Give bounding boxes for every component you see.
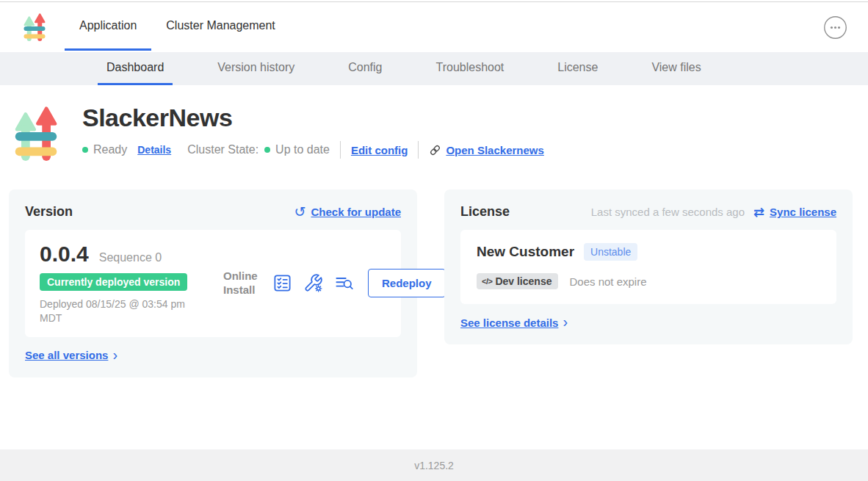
page-title: SlackerNews: [82, 104, 544, 132]
customer-name: New Customer: [477, 244, 574, 260]
license-type-row: </> Dev license Does not expire: [477, 273, 820, 289]
subtab-troubleshoot-label: Troubleshoot: [435, 61, 504, 74]
app-status-dot: [82, 147, 88, 153]
app-meta: SlackerNews Ready Details Cluster State:…: [82, 104, 544, 162]
status-row: Ready Details Cluster State: Up to date …: [82, 141, 544, 159]
chain-link-icon: [429, 144, 441, 156]
subtab-version-history-label: Version history: [217, 61, 294, 74]
subtab-troubleshoot[interactable]: Troubleshoot: [427, 52, 513, 85]
preflight-checklist-icon[interactable]: [272, 273, 292, 293]
version-number: 0.0.4: [40, 242, 89, 267]
vertical-divider: [418, 141, 419, 159]
license-card: License Last synced a few seconds ago ⇄ …: [444, 189, 853, 344]
version-number-row: 0.0.4 Sequence 0: [40, 242, 223, 267]
deployed-timestamp: Deployed 08/15/25 @ 03:54 pm MDT: [40, 297, 209, 325]
app-header: SlackerNews Ready Details Cluster State:…: [15, 104, 868, 162]
cluster-state-text: Up to date: [275, 143, 330, 156]
subtab-dashboard-label: Dashboard: [106, 61, 164, 74]
last-synced-text: Last synced a few seconds ago: [591, 206, 745, 218]
license-type-label: Dev license: [495, 275, 551, 287]
cluster-state-dot: [264, 147, 270, 153]
deploy-logs-icon[interactable]: [334, 273, 354, 293]
edit-config-link[interactable]: Edit config: [351, 144, 408, 156]
subtab-view-files-label: View files: [651, 61, 701, 74]
sync-arrows-icon: ⇄: [753, 206, 764, 219]
open-app-link[interactable]: Open Slackernews: [429, 144, 543, 156]
overflow-menu-button[interactable]: [823, 15, 847, 40]
sub-nav: Dashboard Version history Config Trouble…: [0, 52, 868, 85]
code-icon: </>: [482, 277, 492, 286]
refresh-icon: ↺: [294, 205, 306, 219]
tab-cluster-management[interactable]: Cluster Management: [151, 2, 290, 51]
open-app-label: Open Slackernews: [446, 144, 543, 156]
sync-license-link[interactable]: ⇄ Sync license: [753, 206, 836, 219]
console-version: v1.125.2: [414, 460, 454, 471]
check-for-update-label: Check for update: [311, 206, 401, 218]
chevron-right-icon: ›: [563, 314, 568, 329]
subtab-config[interactable]: Config: [339, 52, 391, 85]
admin-console-page: Application Cluster Management Dashboard…: [0, 0, 868, 481]
chevron-right-icon: ›: [112, 347, 117, 362]
subtab-view-files[interactable]: View files: [643, 52, 709, 85]
tab-application-label: Application: [79, 19, 137, 32]
customer-row: New Customer Unstable: [477, 243, 820, 261]
version-card-title: Version: [25, 204, 73, 220]
app-status-text: Ready: [93, 143, 127, 156]
top-tab-bar: Application Cluster Management: [65, 2, 290, 52]
expiration-text: Does not expire: [569, 275, 646, 288]
channel-badge: Unstable: [584, 243, 637, 261]
check-for-update-link[interactable]: ↺ Check for update: [294, 205, 401, 219]
license-card-title: License: [460, 204, 510, 220]
tab-application[interactable]: Application: [65, 2, 151, 51]
redeploy-button[interactable]: Redeploy: [368, 269, 446, 297]
status-details-link[interactable]: Details: [137, 144, 171, 156]
version-actions: Online Install: [223, 269, 446, 297]
app-logo-icon: [23, 12, 46, 42]
deployed-badge: Currently deployed version: [40, 273, 187, 291]
app-icon: [15, 105, 57, 162]
vertical-divider: [340, 141, 341, 159]
subtab-license-label: License: [557, 61, 598, 74]
sync-license-label: Sync license: [770, 206, 836, 218]
current-version-panel: 0.0.4 Sequence 0 Currently deployed vers…: [25, 230, 401, 337]
license-panel: New Customer Unstable </> Dev license Do…: [460, 230, 836, 304]
ellipsis-circle-icon: [823, 15, 847, 40]
subtab-version-history[interactable]: Version history: [209, 52, 303, 85]
subtab-dashboard[interactable]: Dashboard: [98, 52, 173, 85]
version-info: 0.0.4 Sequence 0 Currently deployed vers…: [40, 242, 223, 325]
see-all-versions-link[interactable]: See all versions ›: [25, 348, 117, 363]
tab-cluster-management-label: Cluster Management: [166, 19, 275, 32]
license-type-badge: </> Dev license: [477, 273, 558, 289]
subtab-license[interactable]: License: [549, 52, 607, 85]
sequence-label: Sequence 0: [99, 251, 162, 264]
footer: v1.125.2: [0, 449, 868, 481]
see-license-details-link[interactable]: See license details ›: [460, 315, 568, 330]
license-card-header: License Last synced a few seconds ago ⇄ …: [460, 204, 836, 220]
subtab-config-label: Config: [348, 61, 382, 74]
see-license-details-label: See license details: [460, 317, 558, 329]
version-card-header: Version ↺ Check for update: [25, 204, 401, 220]
main-content: SlackerNews Ready Details Cluster State:…: [0, 104, 868, 377]
see-all-versions-label: See all versions: [25, 349, 108, 361]
top-nav: Application Cluster Management: [0, 2, 868, 52]
config-wrench-icon[interactable]: [303, 273, 323, 293]
cluster-state-label: Cluster State:: [187, 143, 258, 156]
version-card: Version ↺ Check for update 0.0.4 Sequenc…: [9, 189, 417, 377]
dashboard-cards: Version ↺ Check for update 0.0.4 Sequenc…: [9, 189, 859, 377]
license-header-right: Last synced a few seconds ago ⇄ Sync lic…: [591, 206, 836, 219]
install-type-label: Online Install: [223, 270, 261, 297]
